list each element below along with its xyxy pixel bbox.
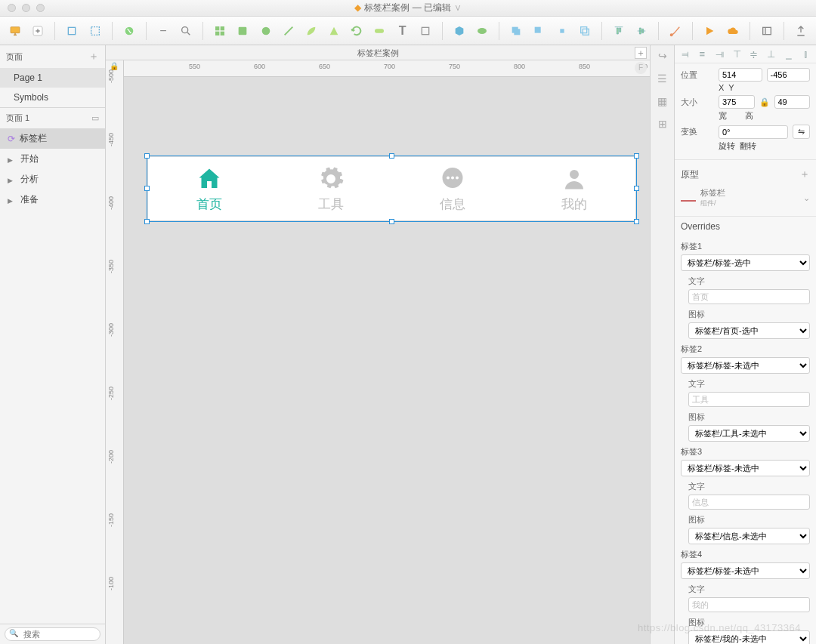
align-controls[interactable]: ⫤≡⫣⊤≑⊥⎯⫿ bbox=[675, 45, 816, 63]
chevron-down-icon[interactable]: ⌄ bbox=[803, 193, 810, 203]
zoom-out-icon[interactable]: − bbox=[154, 21, 172, 41]
lock-aspect-icon[interactable]: 🔒 bbox=[759, 97, 770, 107]
override-icon-select[interactable]: 标签栏/我的-未选中 bbox=[688, 630, 810, 644]
bool-diff-icon[interactable] bbox=[576, 21, 594, 41]
selection-frame bbox=[147, 156, 637, 222]
override-group: 标签3 bbox=[681, 446, 810, 458]
grid2-icon[interactable]: ▦ bbox=[655, 95, 670, 110]
layer-item[interactable]: 开始 bbox=[0, 149, 105, 169]
pages-header: 页面＋ bbox=[0, 45, 105, 68]
symbol-source-row[interactable]: 标签栏 组件/ ⌄ bbox=[681, 186, 810, 211]
document-tab[interactable]: 标签栏案例 ＋ bbox=[106, 45, 650, 60]
cube-icon[interactable] bbox=[450, 21, 468, 41]
override-icon-select[interactable]: 标签栏/首页-选中 bbox=[688, 322, 810, 339]
override-text-input[interactable] bbox=[688, 495, 810, 510]
size-h-input[interactable] bbox=[774, 95, 811, 109]
vector-tool-icon[interactable] bbox=[666, 21, 685, 41]
svg-rect-2 bbox=[69, 27, 76, 34]
override-text-label: 文字 bbox=[681, 378, 810, 390]
layer-item[interactable]: 分析 bbox=[0, 169, 105, 190]
filter-icon[interactable]: F bbox=[635, 62, 647, 74]
text-tool-icon[interactable]: T bbox=[394, 21, 412, 41]
override-icon-label: 图标 bbox=[681, 617, 810, 628]
svg-rect-0 bbox=[11, 26, 20, 32]
override-symbol-select[interactable]: 标签栏/标签-选中 bbox=[681, 254, 810, 271]
override-symbol-select[interactable]: 标签栏/标签-未选中 bbox=[681, 460, 810, 476]
canvas[interactable]: 首页 工具 信息 我的 bbox=[124, 77, 650, 644]
size-w-input[interactable] bbox=[719, 95, 755, 109]
pill-shape-icon[interactable] bbox=[370, 21, 388, 41]
svg-rect-12 bbox=[375, 29, 384, 32]
override-text-input[interactable] bbox=[688, 289, 810, 304]
svg-rect-22 bbox=[762, 27, 771, 34]
present-button[interactable] bbox=[6, 21, 24, 41]
pos-y-input[interactable] bbox=[767, 68, 811, 82]
override-text-input[interactable] bbox=[688, 392, 810, 407]
share-icon[interactable] bbox=[792, 21, 810, 41]
page-item[interactable]: Page 1 bbox=[0, 68, 105, 88]
override-icon-label: 图标 bbox=[681, 309, 810, 320]
override-icon-select[interactable]: 标签栏/信息-未选中 bbox=[688, 528, 810, 544]
svg-rect-16 bbox=[515, 29, 521, 35]
svg-rect-18 bbox=[560, 29, 564, 32]
bool-intersect-icon[interactable] bbox=[553, 21, 571, 41]
main-toolbar: − T bbox=[0, 17, 816, 45]
oval-shape-icon[interactable] bbox=[256, 21, 274, 41]
layer-item-symbol[interactable]: ⟳标签栏 bbox=[0, 128, 105, 149]
artboard-options-icon[interactable]: ▭ bbox=[91, 113, 99, 123]
override-text-input[interactable] bbox=[688, 597, 810, 612]
slice-tool-icon[interactable] bbox=[86, 21, 104, 41]
layer-search-input[interactable] bbox=[5, 627, 100, 641]
svg-rect-13 bbox=[422, 27, 428, 34]
play-icon[interactable] bbox=[700, 21, 719, 41]
arrow-icon[interactable]: ↪ bbox=[655, 50, 670, 65]
canvas-zone: 标签栏案例 ＋ 🔒 -500 -450 -400 -350 -300 -250 … bbox=[106, 45, 650, 644]
svg-rect-19 bbox=[581, 26, 587, 32]
svg-rect-6 bbox=[215, 26, 219, 30]
cloud-icon[interactable] bbox=[724, 21, 742, 41]
inspector-panel: ⫤≡⫣⊤≑⊥⎯⫿ 位置 XY 大小 🔒 宽高 变换 ⇋ 旋转翻转 原型＋ bbox=[674, 45, 816, 644]
window-title: ◆标签栏案例 — 已编辑 ∨ bbox=[0, 2, 816, 14]
override-group: 标签2 bbox=[681, 344, 810, 355]
override-text-label: 文字 bbox=[681, 276, 810, 287]
artboards-header: 页面 1▭ bbox=[0, 108, 105, 128]
override-symbol-select[interactable]: 标签栏/标签-未选中 bbox=[681, 562, 810, 579]
pos-x-input[interactable] bbox=[719, 68, 762, 82]
panel-toggle-icon[interactable] bbox=[758, 21, 776, 41]
override-icon-select[interactable]: 标签栏/工具-未选中 bbox=[688, 425, 810, 442]
add-prototype-icon[interactable]: ＋ bbox=[799, 168, 810, 181]
page-item[interactable]: Symbols bbox=[0, 88, 105, 107]
triangle-shape-icon[interactable] bbox=[325, 21, 343, 41]
bean-icon[interactable] bbox=[473, 21, 491, 41]
bool-subtract-icon[interactable] bbox=[530, 21, 548, 41]
rotation-input[interactable] bbox=[719, 125, 788, 139]
layer-item[interactable]: 准备 bbox=[0, 190, 105, 210]
line-shape-icon[interactable] bbox=[280, 21, 298, 41]
leaf-shape-icon[interactable] bbox=[302, 21, 320, 41]
align-top-icon[interactable] bbox=[610, 21, 628, 41]
svg-rect-9 bbox=[221, 31, 224, 35]
svg-rect-8 bbox=[215, 31, 219, 35]
align-mid-icon[interactable] bbox=[632, 21, 651, 41]
ruler-vertical: 🔒 -500 -450 -400 -350 -300 -250 -200 -15… bbox=[106, 60, 124, 644]
bool-union-icon[interactable] bbox=[507, 21, 525, 41]
window-titlebar: ◆标签栏案例 — 已编辑 ∨ bbox=[0, 0, 816, 17]
grid-icon[interactable] bbox=[211, 21, 229, 41]
override-icon-label: 图标 bbox=[681, 514, 810, 525]
list-icon[interactable]: ☰ bbox=[655, 72, 670, 88]
window-controls[interactable] bbox=[0, 4, 45, 12]
flip-h-icon[interactable]: ⇋ bbox=[793, 125, 810, 139]
override-group: 标签4 bbox=[681, 549, 810, 560]
svg-rect-3 bbox=[91, 26, 99, 35]
frame-tool-icon[interactable] bbox=[416, 21, 434, 41]
add-tab-icon[interactable]: ＋ bbox=[635, 47, 647, 59]
zoom-icon[interactable] bbox=[177, 21, 195, 41]
symbol-tool-icon[interactable] bbox=[120, 21, 138, 41]
rotate-shape-icon[interactable] bbox=[348, 21, 366, 41]
add-page-icon[interactable]: ＋ bbox=[88, 50, 99, 63]
rect-shape-icon[interactable] bbox=[233, 21, 252, 41]
override-symbol-select[interactable]: 标签栏/标签-未选中 bbox=[681, 357, 810, 374]
table-icon[interactable]: ⊞ bbox=[655, 118, 670, 133]
insert-button[interactable] bbox=[29, 21, 47, 41]
artboard-tool-icon[interactable] bbox=[63, 21, 81, 41]
